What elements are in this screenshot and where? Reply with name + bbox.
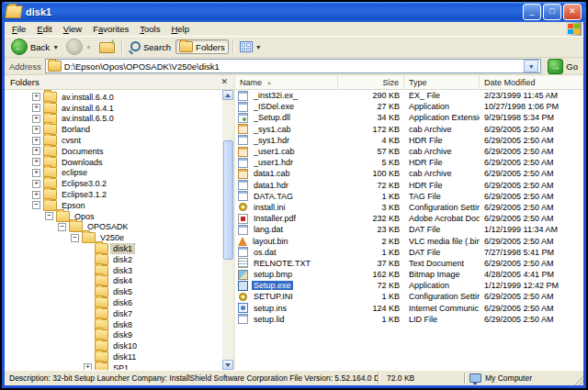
tree-item-downloads[interactable]: +Downloads [5,157,222,168]
column-header-date[interactable]: Date Modified [480,75,583,89]
tree-item-av.install.6.5.0[interactable]: +av.install.6.5.0 [5,114,222,125]
expand-icon[interactable]: + [84,363,92,370]
minimize-button[interactable]: _ [523,4,541,20]
file-name-cell[interactable]: _user1.cab [235,147,338,157]
tree-item-eclipse3.0.2[interactable]: +Eclipse3.0.2 [5,178,222,189]
collapse-icon[interactable]: − [32,201,40,209]
expand-icon[interactable]: + [32,115,40,123]
file-row-_user1.hdr[interactable]: _user1.hdr5 KBHDR File6/29/2005 2:50 AM [235,157,583,168]
file-name-cell[interactable]: setup.bmp [235,270,338,280]
column-header-type[interactable]: Type [404,75,480,89]
tree-item-v250e[interactable]: −V250e [5,232,222,243]
back-dropdown-icon[interactable]: ▼ [52,44,59,50]
file-row-os.dat[interactable]: os.dat1 KBDAT File7/27/1998 5:41 PM [235,247,583,258]
tree-item-disk11[interactable]: disk11 [5,351,222,362]
file-name-cell[interactable]: Setup.exe [235,281,338,291]
file-name-cell[interactable]: os.dat [235,247,338,257]
file-row-_isdel.exe[interactable]: _ISDel.exe27 KBApplication10/27/1998 1:0… [235,101,583,112]
collapse-icon[interactable]: − [45,212,53,220]
views-button[interactable]: ▼ [237,40,265,53]
tree-item-cvsnt[interactable]: +cvsnt [5,135,222,146]
expand-icon[interactable]: + [32,126,40,134]
expand-icon[interactable]: + [32,104,40,112]
tree-item-av.install.6.4.0[interactable]: +av.install.6.4.0 [5,92,222,103]
expand-icon[interactable]: + [32,137,40,145]
expand-icon[interactable]: + [32,180,40,188]
close-button[interactable]: ✕ [563,4,582,20]
tree-item-disk8[interactable]: disk8 [5,319,222,330]
up-button[interactable]: ↑ [96,39,118,54]
tree-item-disk4[interactable]: disk4 [5,276,222,287]
menu-edit[interactable]: Edit [31,23,57,35]
tree-item-disk2[interactable]: disk2 [5,254,222,265]
file-row-setup.lid[interactable]: setup.lid1 KBLID File6/29/2005 2:50 AM [235,314,583,325]
file-name-cell[interactable]: _ISDel.exe [235,102,338,112]
tree-item-disk3[interactable]: disk3 [5,265,222,276]
file-row-setup.ins[interactable]: setup.ins124 KBInternet Communic...6/29/… [235,303,583,314]
tree-item-disk10[interactable]: disk10 [5,340,222,351]
folders-button[interactable]: Folders [175,39,229,54]
search-button[interactable]: Search [126,40,174,54]
file-name-cell[interactable]: setup.lid [235,314,338,324]
file-row-_setup.dll[interactable]: _Setup.dll34 KBApplication Extension9/29… [235,112,583,123]
maximize-button[interactable]: □ [543,4,561,20]
views-dropdown-icon[interactable]: ▼ [255,44,262,50]
tree-item-disk5[interactable]: disk5 [5,286,222,297]
file-name-cell[interactable]: _user1.hdr [235,158,338,168]
file-row-data1.cab[interactable]: data1.cab100 KBcab Archive6/29/2005 2:50… [235,168,583,179]
file-name-cell[interactable]: DATA.TAG [235,191,338,201]
close-panel-icon[interactable]: ✕ [220,78,228,86]
file-row-_inst32i.ex_[interactable]: _inst32i.ex_290 KBEX_ File2/23/1999 11:4… [235,90,583,101]
file-name-cell[interactable]: Installer.pdf [235,214,338,224]
file-row-relnote.txt[interactable]: RELNOTE.TXT37 KBText Document6/29/2005 2… [235,258,583,269]
tree-item-disk9[interactable]: disk9 [5,330,222,341]
tree-item-oposadk[interactable]: −OPOSADK [5,222,222,233]
column-header-name[interactable]: Name ▲ [235,75,338,89]
menu-view[interactable]: View [58,23,87,35]
file-row-lang.dat[interactable]: lang.dat23 KBDAT File1/12/1999 11:34 AM [235,224,583,235]
file-name-cell[interactable]: _inst32i.ex_ [235,91,338,101]
file-row-setup.exe[interactable]: Setup.exe72 KBApplication1/12/1999 12:42… [235,280,583,291]
menu-file[interactable]: File [6,23,31,35]
address-input[interactable]: D:\Epson\Opos\OPOSADK\V250e\disk1 ▼ [45,59,541,73]
tree-item-eclipse3.1.2[interactable]: +Eclipse3.1.2 [5,189,222,200]
file-name-cell[interactable]: setup.ins [235,303,338,313]
scroll-up-icon[interactable] [222,90,233,100]
expand-icon[interactable]: + [32,169,40,177]
tree-item-disk6[interactable]: disk6 [5,297,222,308]
file-name-cell[interactable]: layout.bin [235,236,338,246]
forward-button[interactable]: → ▼ [63,38,95,56]
file-row-_user1.cab[interactable]: _user1.cab57 KBcab Archive6/29/2005 2:50… [235,146,583,157]
expand-icon[interactable]: + [32,158,40,166]
tree-item-av.install.6.4.1[interactable]: +av.install.6.4.1 [5,103,222,114]
tree-item-epson[interactable]: −Epson [5,200,222,211]
file-row-data1.hdr[interactable]: data1.hdr72 KBHDR File6/29/2005 2:50 AM [235,180,583,191]
tree-item-disk7[interactable]: disk7 [5,308,222,319]
file-row-layout.bin[interactable]: layout.bin2 KBVLC media file (.bin)6/29/… [235,235,583,246]
file-row-_sys1.hdr[interactable]: _sys1.hdr4 KBHDR File6/29/2005 2:50 AM [235,135,583,146]
file-name-cell[interactable]: lang.dat [235,225,338,235]
file-row-_sys1.cab[interactable]: _sys1.cab172 KBcab Archive6/29/2005 2:50… [235,124,583,135]
go-button[interactable]: → Go [545,59,581,74]
file-row-install.ini[interactable]: install.ini3 KBConfiguration Settings6/2… [235,202,583,213]
scroll-down-icon[interactable] [222,360,233,370]
tree-item-borland[interactable]: +Borland [5,124,222,135]
file-name-cell[interactable]: SETUP.INI [235,292,338,302]
file-name-cell[interactable]: _sys1.hdr [235,135,338,145]
file-row-setup.bmp[interactable]: setup.bmp162 KBBitmap Image4/28/2005 4:4… [235,269,583,280]
tree-scrollbar[interactable] [222,90,233,370]
tree-item-documents[interactable]: +Documents [5,146,222,157]
file-name-cell[interactable]: data1.cab [235,169,338,179]
address-dropdown-button[interactable]: ▼ [524,60,538,72]
menu-tools[interactable]: Tools [134,23,165,35]
file-row-data.tag[interactable]: DATA.TAG1 KBTAG File6/29/2005 2:50 AM [235,191,583,202]
menu-favorites[interactable]: Favorites [87,23,134,35]
collapse-icon[interactable]: − [58,223,66,231]
tree-item-disk1[interactable]: disk1 [5,243,222,254]
tree-item-sp1[interactable]: +SP1 [5,362,222,370]
file-row-setup.ini[interactable]: SETUP.INI1 KBConfiguration Settings6/29/… [235,291,583,302]
file-name-cell[interactable]: install.ini [235,202,338,212]
back-button[interactable]: ← Back ▼ [8,38,62,56]
scrollbar-track[interactable] [222,100,233,360]
expand-icon[interactable]: + [32,191,40,199]
